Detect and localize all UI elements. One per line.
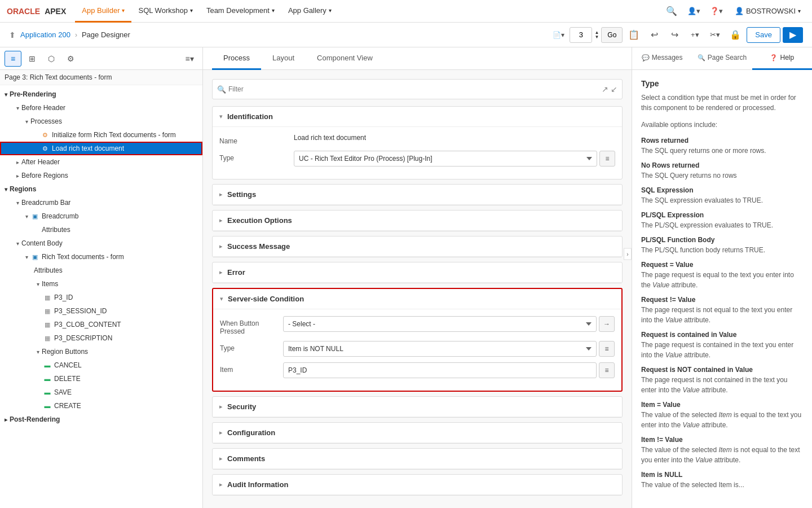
user-menu-button[interactable]: 👤▾: [685, 2, 703, 20]
configuration-section: ▸ Configuration: [212, 422, 623, 444]
search-button[interactable]: 🔍: [663, 2, 681, 20]
type-action-button[interactable]: ≡: [599, 151, 615, 167]
nav-team-development[interactable]: Team Development ▾: [200, 0, 281, 23]
regions-header[interactable]: ▾ Regions: [0, 182, 202, 196]
rich-text-form-item[interactable]: ▾ ▣ Rich Text documents - form: [0, 250, 202, 264]
condition-item-input[interactable]: P3_ID: [283, 362, 597, 378]
help-intro: Select a condition type that must be met…: [641, 93, 803, 113]
error-chevron: ▸: [219, 269, 223, 276]
p3-clob-content-item[interactable]: ▦ P3_CLOB_CONTENT: [0, 318, 202, 331]
breadcrumb-separator: ›: [75, 31, 77, 39]
breadcrumb-item-tree[interactable]: ▾ ▣ Breadcrumb: [0, 209, 202, 223]
when-button-select[interactable]: - Select -: [283, 316, 597, 332]
type-select[interactable]: UC - Rich Text Editor Pro (Process) [Plu…: [294, 151, 597, 167]
before-regions-item[interactable]: ▸ Before Regions: [0, 169, 202, 182]
tab-layout[interactable]: Layout: [261, 47, 306, 70]
execution-options-title-bar[interactable]: ▸ Execution Options: [213, 211, 622, 231]
breadcrumb-attributes-item[interactable]: Attributes: [0, 223, 202, 237]
tab-process[interactable]: Process: [212, 47, 261, 70]
p3-description-item[interactable]: ▦ P3_DESCRIPTION: [0, 331, 202, 345]
run-button[interactable]: ▶: [783, 27, 803, 43]
content-body-item[interactable]: ▾ Content Body: [0, 237, 202, 250]
delete-button-tree[interactable]: ▬ DELETE: [0, 372, 202, 386]
undo-button[interactable]: ↩: [645, 26, 663, 44]
save-button-tree[interactable]: ▬ SAVE: [0, 386, 202, 399]
identification-section-name: Identification: [227, 112, 273, 121]
apex-text: APEX: [45, 7, 66, 16]
collapse-all-button[interactable]: ≡▾: [181, 51, 198, 67]
p3-session-id-item[interactable]: ▦ P3_SESSION_ID: [0, 304, 202, 318]
success-message-name: Success Message: [227, 242, 290, 251]
filter-collapse-icon[interactable]: ↙: [611, 85, 617, 94]
add-button[interactable]: +▾: [686, 26, 704, 44]
page-label: Page 3: Rich Text documents - form: [0, 70, 202, 85]
success-message-title-bar[interactable]: ▸ Success Message: [213, 237, 622, 257]
collapse-right-panel-button[interactable]: ›: [624, 248, 632, 260]
before-header-item[interactable]: ▾ Before Header: [0, 101, 202, 115]
p3-id-item[interactable]: ▦ P3_ID: [0, 291, 202, 304]
breadcrumb-bar-item[interactable]: ▾ Breadcrumb Bar: [0, 196, 202, 209]
processes-item[interactable]: ▾ Processes: [0, 115, 202, 128]
filter-expand-icon[interactable]: ↗: [602, 85, 608, 94]
configuration-chevron: ▸: [219, 429, 223, 436]
right-tabs: 💬 Messages 🔍 Page Search ❓ Help: [632, 47, 812, 70]
error-title-bar[interactable]: ▸ Error: [213, 262, 622, 283]
help-item-item-eq-text: The value of the selected Item is equal …: [641, 410, 803, 430]
create-button-tree[interactable]: ▬ CREATE: [0, 399, 202, 413]
cancel-button-tree[interactable]: ▬ CANCEL: [0, 358, 202, 372]
identification-title-bar[interactable]: ▾ Identification: [213, 107, 622, 127]
region-buttons-group[interactable]: ▾ Region Buttons: [0, 345, 202, 358]
component-view-button[interactable]: ⊞: [24, 51, 41, 67]
server-side-condition-title-bar[interactable]: ▾ Server-side Condition: [213, 289, 621, 309]
help-button[interactable]: ❓▾: [708, 2, 726, 20]
name-row: Name Load rich text document: [219, 134, 615, 145]
post-rendering-header[interactable]: ▸ Post-Rendering: [0, 413, 202, 426]
comments-title-bar[interactable]: ▸ Comments: [213, 449, 622, 469]
settings-title-bar[interactable]: ▸ Settings: [213, 185, 622, 205]
username-button[interactable]: 👤 BOSTROWSKI ▾: [730, 7, 805, 15]
rich-text-form-arrow: ▾: [23, 254, 30, 260]
lock-button[interactable]: 🔒: [726, 26, 744, 44]
page-selector-button[interactable]: 📄▾: [549, 26, 567, 44]
execution-options-section: ▸ Execution Options: [212, 210, 623, 231]
tree-view-button[interactable]: ≡: [5, 51, 21, 67]
condition-type-select-wrapper: Item is NOT NULL ≡: [283, 341, 615, 357]
filter-input[interactable]: [228, 85, 599, 93]
copy-page-button[interactable]: 📋: [625, 26, 643, 44]
help-item-sql-expr-title: SQL Expression: [641, 186, 803, 194]
breadcrumb-app[interactable]: Application 200: [20, 30, 70, 39]
nav-app-gallery[interactable]: App Gallery ▾: [281, 0, 338, 23]
tab-messages[interactable]: 💬 Messages: [632, 47, 692, 70]
condition-type-select[interactable]: Item is NOT NULL: [283, 341, 597, 357]
save-button[interactable]: Save: [747, 27, 780, 43]
items-group[interactable]: ▾ Items: [0, 277, 202, 291]
go-button[interactable]: Go: [601, 27, 623, 43]
help-available-label: Available options include:: [641, 120, 803, 130]
initialize-form-item[interactable]: ⚙ Initialize form Rich Text documents - …: [0, 128, 202, 142]
nav-app-builder[interactable]: App Builder ▾: [75, 0, 131, 23]
rich-text-form-attributes[interactable]: Attributes: [0, 264, 202, 277]
utilities-button[interactable]: ✂▾: [706, 26, 724, 44]
gallery-button[interactable]: ⬡: [43, 51, 60, 67]
load-rich-text-item[interactable]: ⚙ Load rich text document: [0, 142, 202, 155]
after-header-item[interactable]: ▸ After Header: [0, 155, 202, 169]
redo-button[interactable]: ↪: [665, 26, 683, 44]
properties-button[interactable]: ⚙: [62, 51, 79, 67]
condition-item-action[interactable]: ≡: [599, 362, 615, 378]
audit-information-title-bar[interactable]: ▸ Audit Information: [213, 475, 622, 495]
configuration-title-bar[interactable]: ▸ Configuration: [213, 423, 622, 443]
nav-sql-workshop[interactable]: SQL Workshop ▾: [131, 0, 199, 23]
left-panel-toolbar: ≡ ⊞ ⬡ ⚙ ≡▾: [0, 47, 202, 70]
security-title-bar[interactable]: ▸ Security: [213, 397, 622, 417]
success-message-section: ▸ Success Message: [212, 236, 623, 257]
pre-rendering-header[interactable]: ▾ Pre-Rendering: [0, 87, 202, 101]
tab-help[interactable]: ❓ Help: [752, 47, 812, 70]
tab-component-view[interactable]: Component View: [306, 47, 384, 70]
page-number-input[interactable]: 3: [570, 27, 592, 43]
page-decrement-button[interactable]: ▼: [594, 35, 599, 40]
condition-type-action[interactable]: ≡: [599, 341, 615, 357]
comments-section: ▸ Comments: [212, 448, 623, 470]
tab-page-search[interactable]: 🔍 Page Search: [692, 47, 752, 70]
help-item-request-contained-title: Request is contained in Value: [641, 331, 803, 339]
when-button-action[interactable]: →: [599, 316, 615, 332]
